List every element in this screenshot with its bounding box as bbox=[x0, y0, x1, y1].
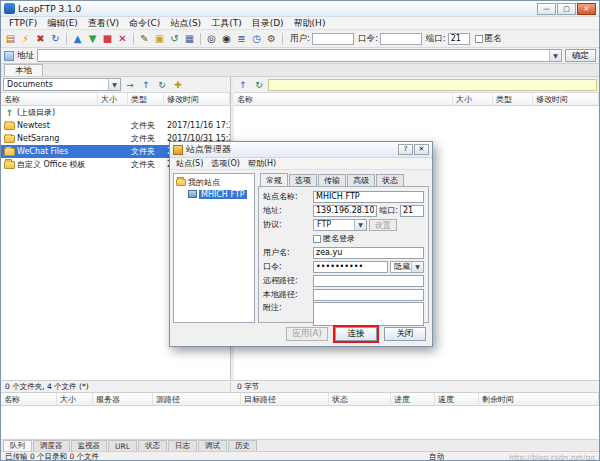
dialog-close-action-button[interactable]: 关闭 bbox=[384, 327, 426, 341]
site-manager-icon[interactable]: ▤ bbox=[3, 31, 18, 46]
remote-path-input[interactable] bbox=[268, 79, 597, 91]
chevron-down-icon[interactable]: ▼ bbox=[108, 79, 120, 90]
disconnect-icon[interactable]: ✖ bbox=[33, 31, 48, 46]
tab-general[interactable]: 常规 bbox=[260, 173, 288, 186]
tab-url[interactable]: URL bbox=[108, 440, 137, 451]
anonymous-login-checkbox[interactable] bbox=[313, 235, 321, 243]
reconnect-icon[interactable]: ↻ bbox=[48, 31, 63, 46]
menu-tools[interactable]: 工具(T) bbox=[206, 17, 247, 30]
menu-help[interactable]: 帮助(H) bbox=[289, 17, 331, 30]
tab-monitor[interactable]: 监视器 bbox=[71, 440, 108, 451]
close-button[interactable]: ✕ bbox=[577, 3, 596, 15]
tab-log[interactable]: 日志 bbox=[168, 440, 197, 451]
protocol-select[interactable]: FTP ▼ bbox=[313, 219, 367, 231]
local-path-input[interactable] bbox=[313, 289, 424, 301]
anonymous-checkbox[interactable] bbox=[475, 35, 483, 43]
address-combo[interactable]: ▼ bbox=[37, 49, 562, 62]
tree-item-my-sites[interactable]: 我的站点 bbox=[176, 176, 252, 188]
tab-transfer[interactable]: 传输 bbox=[318, 174, 346, 186]
column-header-name[interactable]: 名称 bbox=[1, 393, 57, 405]
column-header-size[interactable]: 大小 bbox=[57, 393, 93, 405]
menu-ftp[interactable]: FTP(F) bbox=[4, 18, 42, 28]
view-icon[interactable]: ▦ bbox=[182, 31, 197, 46]
make-dir-icon[interactable]: ▣ bbox=[152, 31, 167, 46]
menu-view[interactable]: 查看(V) bbox=[83, 17, 124, 30]
dialog-help-button[interactable]: ? bbox=[398, 144, 413, 155]
column-header-type[interactable]: 类型 bbox=[493, 93, 533, 105]
dialog-menu-options[interactable]: 选项(O) bbox=[207, 158, 244, 169]
abort-icon[interactable]: ■ bbox=[100, 31, 115, 46]
site-port-input[interactable] bbox=[400, 205, 424, 217]
menu-site[interactable]: 站点(S) bbox=[165, 17, 206, 30]
tab-options[interactable]: 选项 bbox=[289, 174, 317, 186]
go-button[interactable]: 确定 bbox=[565, 49, 596, 62]
password-display-select[interactable]: 隐藏 ▼ bbox=[390, 261, 424, 273]
chevron-down-icon[interactable]: ▼ bbox=[549, 50, 561, 61]
dialog-close-button[interactable]: ✕ bbox=[414, 144, 429, 155]
chevron-down-icon[interactable]: ▼ bbox=[411, 262, 423, 272]
column-header-server[interactable]: 服务器 bbox=[93, 393, 153, 405]
site-address-input[interactable] bbox=[313, 205, 377, 217]
column-header-target-path[interactable]: 目标路径 bbox=[241, 393, 329, 405]
apply-button[interactable]: 应用(A) bbox=[286, 327, 328, 341]
chevron-down-icon[interactable]: ▼ bbox=[354, 220, 366, 230]
dialog-menu-help[interactable]: 帮助(H) bbox=[244, 158, 280, 169]
options-icon[interactable]: ⚙ bbox=[264, 31, 279, 46]
tab-queue[interactable]: 队列 bbox=[3, 440, 32, 451]
list-item[interactable]: ↑(上级目录) bbox=[1, 106, 230, 119]
menu-edit[interactable]: 编辑(E) bbox=[42, 17, 83, 30]
column-header-time[interactable]: 修改时间 bbox=[533, 93, 599, 105]
site-password-input[interactable] bbox=[313, 261, 388, 273]
maximize-button[interactable]: ▢ bbox=[557, 3, 576, 15]
tab-advanced[interactable]: 高级 bbox=[347, 174, 375, 186]
menu-directory[interactable]: 目录(D) bbox=[247, 17, 289, 30]
column-header-status[interactable]: 状态 bbox=[329, 393, 391, 405]
tab-history[interactable]: 历史 bbox=[228, 440, 257, 451]
tab-local[interactable]: 本地 bbox=[4, 64, 43, 76]
tab-scheduler[interactable]: 调度器 bbox=[33, 440, 70, 451]
tab-status[interactable]: 状态 bbox=[138, 440, 167, 451]
column-header-progress[interactable]: 进度 bbox=[391, 393, 435, 405]
note-input[interactable] bbox=[313, 302, 424, 326]
tab-stats[interactable]: 状态 bbox=[376, 174, 404, 186]
column-header-time[interactable]: 修改时间 bbox=[164, 93, 230, 105]
rename-icon[interactable]: ✎ bbox=[137, 31, 152, 46]
protocol-settings-button[interactable]: 设置 bbox=[369, 219, 397, 231]
tree-item-site-selected[interactable]: MHICH FTP bbox=[188, 188, 252, 200]
refresh-icon[interactable]: ↺ bbox=[167, 31, 182, 46]
up-dir-icon[interactable]: ↑ bbox=[236, 78, 250, 91]
up-dir-icon[interactable]: ↑ bbox=[139, 78, 153, 91]
refresh-icon[interactable]: ↻ bbox=[155, 78, 169, 91]
delete-icon[interactable]: ✕ bbox=[115, 31, 130, 46]
port-input[interactable] bbox=[448, 33, 470, 45]
local-path-combo[interactable]: Documents ▼ bbox=[3, 78, 121, 91]
transfer-icon[interactable]: → bbox=[123, 78, 137, 91]
column-header-speed[interactable]: 速度 bbox=[435, 393, 479, 405]
find-icon[interactable]: ◎ bbox=[204, 31, 219, 46]
username-input[interactable] bbox=[313, 247, 424, 259]
column-header-name[interactable]: 名称 bbox=[1, 93, 98, 105]
column-header-type[interactable]: 类型 bbox=[128, 93, 164, 105]
column-header-time-left[interactable]: 剩余时间 bbox=[479, 393, 599, 405]
tab-debug[interactable]: 调试 bbox=[198, 440, 227, 451]
new-folder-icon[interactable]: ✚ bbox=[171, 78, 185, 91]
find-next-icon[interactable]: ◉ bbox=[219, 31, 234, 46]
column-header-size[interactable]: 大小 bbox=[453, 93, 493, 105]
quick-connect-icon[interactable]: ⚡ bbox=[18, 31, 33, 46]
refresh-icon[interactable]: ↻ bbox=[252, 78, 266, 91]
site-name-input[interactable] bbox=[313, 191, 424, 203]
dialog-menu-site[interactable]: 站点(S) bbox=[172, 158, 207, 169]
download-icon[interactable]: ▼ bbox=[85, 31, 100, 46]
user-input[interactable] bbox=[312, 33, 354, 45]
password-input[interactable] bbox=[380, 33, 422, 45]
list-item[interactable]: Newtest 文件夹 2017/11/16 17:30 bbox=[1, 119, 230, 132]
column-header-source-path[interactable]: 源路径 bbox=[153, 393, 241, 405]
menu-command[interactable]: 命令(C) bbox=[124, 17, 165, 30]
column-header-size[interactable]: 大小 bbox=[98, 93, 128, 105]
minimize-button[interactable]: — bbox=[537, 3, 556, 15]
connect-button[interactable]: 连接 bbox=[335, 327, 377, 341]
upload-icon[interactable]: ▲ bbox=[70, 31, 85, 46]
scheduler-icon[interactable]: ◷ bbox=[249, 31, 264, 46]
remote-path-input[interactable] bbox=[313, 275, 424, 287]
queue-icon[interactable]: ≣ bbox=[234, 31, 249, 46]
